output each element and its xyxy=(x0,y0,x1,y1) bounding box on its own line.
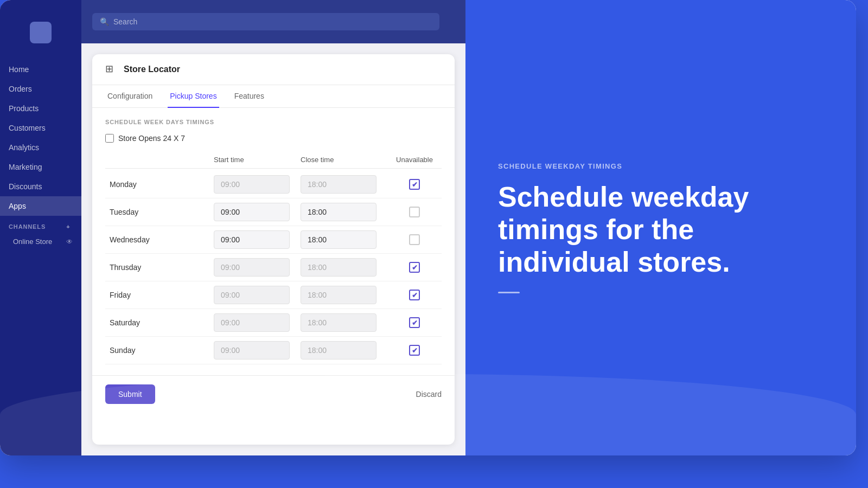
thursday-start-input[interactable] xyxy=(214,258,290,277)
days-table: Start time Close time Unavailable Monday xyxy=(105,153,442,364)
sidebar-item-customers[interactable]: Customers xyxy=(0,118,81,138)
eye-icon: 👁 xyxy=(66,238,73,246)
right-curve-decoration xyxy=(0,374,856,455)
thursday-unavailable-cell xyxy=(387,262,442,273)
friday-start-input[interactable] xyxy=(214,286,290,304)
sidebar-item-discounts[interactable]: Discounts xyxy=(0,177,81,196)
tuesday-unavailable-cell xyxy=(387,207,442,217)
day-row-saturday: Saturday xyxy=(105,309,442,337)
right-panel-heading: Schedule weekday timings for the individ… xyxy=(498,181,824,278)
sidebar-logo xyxy=(0,5,81,60)
tab-configuration[interactable]: Configuration xyxy=(105,85,155,108)
sidebar-item-products[interactable]: Products xyxy=(0,99,81,118)
channels-section-label: CHANNELS + xyxy=(0,216,81,233)
sunday-unavailable-checkbox[interactable] xyxy=(409,345,420,356)
col-close-time: Close time xyxy=(301,156,387,164)
sidebar-item-apps[interactable]: Apps xyxy=(0,196,81,216)
sidebar-item-marketing[interactable]: Marketing xyxy=(0,157,81,177)
right-panel-divider xyxy=(498,292,520,293)
friday-close-input[interactable] xyxy=(301,286,376,304)
store-locator-icon: ⊞ xyxy=(105,63,118,76)
search-input[interactable] xyxy=(113,17,432,26)
store-24x7-checkbox[interactable] xyxy=(105,134,114,143)
store-24x7-row: Store Opens 24 X 7 xyxy=(105,134,442,143)
store-24x7-label: Store Opens 24 X 7 xyxy=(118,134,185,143)
sunday-close-input[interactable] xyxy=(301,341,376,359)
sunday-start-input[interactable] xyxy=(214,341,290,359)
day-row-tuesday: Tuesday xyxy=(105,198,442,226)
search-bar: 🔍 xyxy=(92,13,439,30)
monday-unavailable-cell xyxy=(387,179,442,190)
right-panel: SCHEDULE WEEKDAY TIMINGS Schedule weekda… xyxy=(465,0,856,455)
tab-pickup-stores[interactable]: Pickup Stores xyxy=(168,85,219,108)
friday-unavailable-checkbox[interactable] xyxy=(409,290,420,300)
day-name-friday: Friday xyxy=(105,291,214,299)
add-channel-icon[interactable]: + xyxy=(64,222,73,231)
wednesday-start-input[interactable] xyxy=(214,230,290,249)
top-bar: 🔍 xyxy=(81,0,465,43)
days-table-header: Start time Close time Unavailable xyxy=(105,153,442,169)
store-card-title: Store Locator xyxy=(124,65,180,74)
sidebar-item-online-store[interactable]: Online Store 👁 xyxy=(0,233,81,250)
wednesday-unavailable-cell xyxy=(387,234,442,245)
col-day xyxy=(105,156,214,164)
sidebar-item-home[interactable]: Home xyxy=(0,60,81,79)
schedule-section-title: SCHEDULE WEEK DAYS TIMINGS xyxy=(105,119,442,125)
sunday-unavailable-cell xyxy=(387,345,442,356)
wednesday-unavailable-checkbox[interactable] xyxy=(409,234,420,245)
col-start-time: Start time xyxy=(214,156,301,164)
saturday-close-input[interactable] xyxy=(301,313,376,332)
tabs: Configuration Pickup Stores Features xyxy=(92,85,455,108)
day-row-sunday: Sunday xyxy=(105,337,442,364)
monday-close-input[interactable] xyxy=(301,175,376,194)
day-row-monday: Monday xyxy=(105,171,442,198)
friday-unavailable-cell xyxy=(387,290,442,300)
day-name-tuesday: Tuesday xyxy=(105,208,214,216)
monday-start-input[interactable] xyxy=(214,175,290,194)
wednesday-close-input[interactable] xyxy=(301,230,376,249)
schedule-form: SCHEDULE WEEK DAYS TIMINGS Store Opens 2… xyxy=(92,108,455,375)
sidebar-item-analytics[interactable]: Analytics xyxy=(0,138,81,157)
store-card-header: ⊞ Store Locator xyxy=(92,54,455,85)
day-row-wednesday: Wednesday xyxy=(105,226,442,254)
day-row-thursday: Thrusday xyxy=(105,254,442,281)
saturday-unavailable-checkbox[interactable] xyxy=(409,317,420,328)
day-name-wednesday: Wednesday xyxy=(105,235,214,244)
tab-features[interactable]: Features xyxy=(232,85,266,108)
saturday-start-input[interactable] xyxy=(214,313,290,332)
tuesday-unavailable-checkbox[interactable] xyxy=(409,207,420,217)
logo-icon xyxy=(30,22,52,43)
monday-unavailable-checkbox[interactable] xyxy=(409,179,420,190)
search-icon: 🔍 xyxy=(100,17,109,26)
tuesday-close-input[interactable] xyxy=(301,203,376,221)
saturday-unavailable-cell xyxy=(387,317,442,328)
thursday-close-input[interactable] xyxy=(301,258,376,277)
day-row-friday: Friday xyxy=(105,281,442,309)
day-name-saturday: Saturday xyxy=(105,318,214,327)
col-unavailable: Unavailable xyxy=(387,156,442,164)
thursday-unavailable-checkbox[interactable] xyxy=(409,262,420,273)
day-name-sunday: Sunday xyxy=(105,346,214,355)
sidebar: Home Orders Products Customers Analytics… xyxy=(0,0,81,455)
right-panel-eyebrow: SCHEDULE WEEKDAY TIMINGS xyxy=(498,162,824,170)
day-name-thursday: Thrusday xyxy=(105,263,214,272)
sidebar-item-orders[interactable]: Orders xyxy=(0,79,81,99)
day-name-monday: Monday xyxy=(105,180,214,189)
tuesday-start-input[interactable] xyxy=(214,203,290,221)
